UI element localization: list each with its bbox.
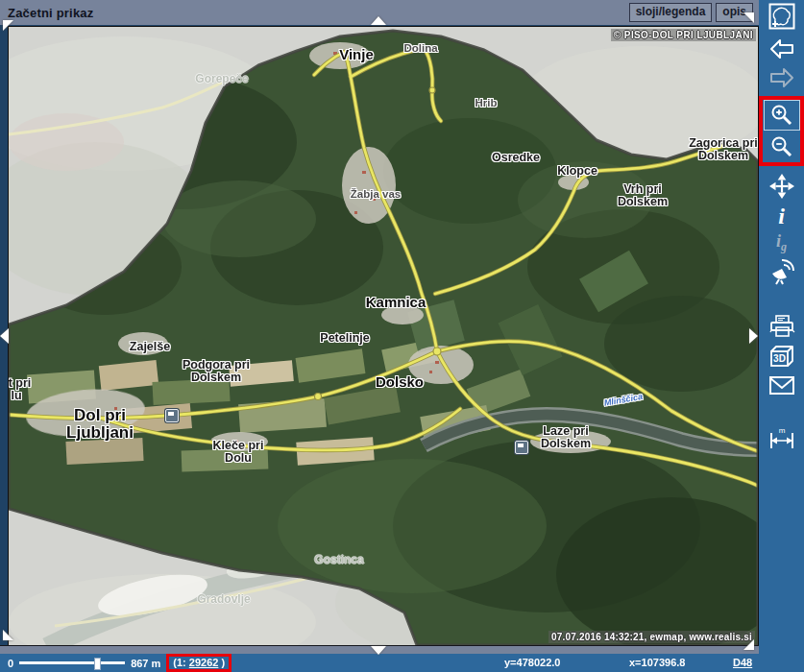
pan-northeast-arrow[interactable]: [743, 12, 754, 23]
highlight-box-zoom-tools: [759, 96, 804, 166]
toolbar: i ig 3D m: [759, 0, 804, 672]
printer-icon: [768, 314, 795, 339]
pan-northwest-arrow[interactable]: [3, 20, 13, 31]
highlight-box-scale-ratio: (1: 29262 ): [166, 654, 231, 672]
scale-ratio-suffix: ): [221, 657, 225, 668]
scale-bar-max: 867 m: [131, 658, 160, 669]
scale-slider-handle[interactable]: [94, 658, 101, 670]
coordinate-y: y=478022.0: [504, 657, 560, 668]
initial-view-icon: [768, 3, 795, 30]
pan-icon: [769, 174, 794, 199]
status-bar: 0 867 m (1: 29262 ) y=478022.0 x=107396.…: [0, 654, 759, 672]
pan-southwest-arrow[interactable]: [3, 630, 13, 640]
scale-ratio-link[interactable]: 29262: [189, 657, 219, 668]
map-area: GorepečeVinjeDolinaHribOsredkeKlopceVrh …: [0, 25, 759, 645]
pan-north-arrow[interactable]: [371, 16, 386, 25]
back-button[interactable]: [766, 36, 798, 62]
map-copyright: © PISO-DOL PRI LJUBLJANI: [611, 29, 756, 41]
forward-button[interactable]: [766, 64, 798, 91]
satellite-dish-icon: [768, 258, 795, 285]
pan-southeast-arrow[interactable]: [743, 639, 754, 650]
print-button[interactable]: [766, 313, 798, 340]
info-icon: i: [778, 204, 785, 228]
layers-legend-button[interactable]: sloji/legenda: [629, 3, 713, 22]
pan-south-arrow[interactable]: [371, 646, 386, 655]
scale-slider[interactable]: [19, 661, 125, 664]
identify-button[interactable]: i: [766, 203, 798, 229]
svg-text:m: m: [778, 426, 785, 435]
zoom-out-button[interactable]: [766, 133, 798, 160]
map-image: [9, 27, 758, 645]
initial-view-button[interactable]: [766, 3, 798, 30]
svg-text:3D: 3D: [773, 353, 786, 364]
measure-icon: m: [768, 425, 795, 450]
forward-arrow-icon: [769, 66, 794, 89]
zoom-in-icon: [769, 103, 794, 128]
gps-button[interactable]: [766, 258, 798, 285]
mail-button[interactable]: [766, 372, 798, 399]
pan-button[interactable]: [766, 173, 798, 200]
identify-graphic-button[interactable]: ig: [766, 229, 798, 256]
back-arrow-icon: [769, 37, 794, 60]
poi-station-icon: [165, 409, 179, 422]
poi-train-icon: [515, 441, 528, 454]
envelope-icon: [768, 375, 795, 396]
zoom-out-icon: [769, 134, 794, 159]
pan-east-arrow[interactable]: [749, 328, 758, 344]
coordinate-x: x=107396.8: [629, 657, 685, 668]
measure-button[interactable]: m: [766, 424, 798, 451]
3d-view-button[interactable]: 3D: [766, 344, 798, 371]
zoom-in-button[interactable]: [766, 102, 798, 129]
3d-cube-icon: 3D: [768, 345, 795, 370]
map-attribution: 07.07.2016 14:32:21, ewmap, www.realis.s…: [548, 631, 755, 643]
datum-link[interactable]: D48: [733, 657, 752, 668]
page-title: Začetni prikaz: [8, 6, 94, 20]
info-g-icon: ig: [776, 232, 787, 254]
pan-west-arrow[interactable]: [0, 328, 9, 344]
map-viewport[interactable]: GorepečeVinjeDolinaHribOsredkeKlopceVrh …: [8, 26, 759, 646]
scale-ratio-prefix: (1:: [173, 657, 185, 668]
scale-bar-min: 0: [8, 658, 13, 669]
